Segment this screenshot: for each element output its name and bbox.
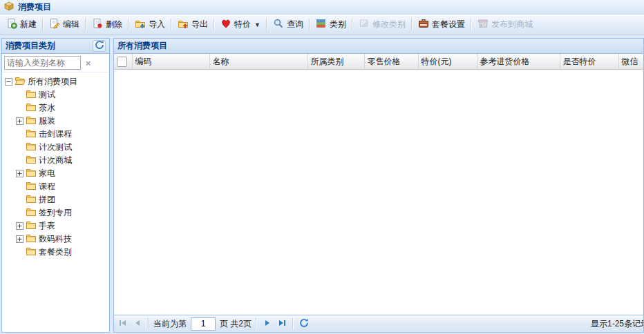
- tree-item-计次测试[interactable]: 计次测试: [5, 141, 109, 154]
- folder-icon: [26, 128, 37, 141]
- column-header-1[interactable]: 名称: [209, 54, 307, 70]
- chevron-down-icon: ▼: [254, 21, 261, 28]
- tree-item-label: 测试: [39, 89, 55, 101]
- tree-item-label: 服装: [39, 115, 55, 127]
- toolbar-separator: [85, 19, 86, 30]
- toolbar-separator: [214, 19, 215, 30]
- toolbar-button-category[interactable]: 类别: [312, 16, 350, 33]
- package-icon: [3, 1, 15, 14]
- toolbar-separator: [171, 19, 172, 30]
- page-title: 消费项目: [18, 1, 51, 13]
- first-page-icon: [119, 319, 127, 329]
- toolbar-button-label: 删除: [106, 19, 122, 30]
- export-folder-icon: [178, 18, 189, 31]
- grid-panel-title: 所有消费项目: [117, 40, 167, 52]
- folder-icon: [26, 115, 37, 128]
- column-header-4[interactable]: 特价(元): [418, 54, 477, 70]
- tree-item-label: 手表: [39, 220, 55, 232]
- folder-icon: [26, 219, 37, 233]
- category-search-row: ×: [2, 54, 109, 72]
- toolbar-button-import[interactable]: 导入: [131, 16, 169, 33]
- toolbar-button-new[interactable]: 新建: [3, 16, 40, 33]
- toolbar-separator: [266, 19, 267, 30]
- briefcase-icon: [418, 18, 429, 31]
- page-number-input[interactable]: [191, 317, 216, 331]
- tree-item-label: 数码科技: [39, 233, 72, 245]
- tree-item-击剑课程[interactable]: 击剑课程: [5, 128, 109, 141]
- tree-item-计次商城[interactable]: 计次商城: [5, 154, 109, 167]
- tree-item-数码科技[interactable]: 数码科技: [5, 233, 109, 246]
- toolbar-button-query[interactable]: 查询: [269, 16, 307, 33]
- main-area: 消费项目类别 × 所有消费项目测试茶水服装击剑课程计次测试计次商城家电课程拼团签…: [0, 35, 644, 334]
- new-doc-icon: [6, 18, 17, 31]
- tree-item-茶水[interactable]: 茶水: [5, 101, 109, 115]
- tree-item-label: 计次商城: [39, 155, 72, 166]
- folder-icon: [26, 101, 37, 115]
- next-page-icon: [263, 319, 272, 329]
- select-all-checkbox[interactable]: [117, 57, 127, 67]
- modify-category-icon: [359, 18, 370, 31]
- toolbar-button-export[interactable]: 导出: [174, 16, 211, 33]
- column-header-0[interactable]: 编码: [132, 54, 209, 70]
- items-table: 编码名称所属类别零售价格特价(元)参考进货价格是否特价微信: [114, 54, 643, 70]
- tree-expander-plus-icon[interactable]: [16, 222, 23, 230]
- column-header-3[interactable]: 零售价格: [364, 54, 418, 70]
- grid-body: 编码名称所属类别零售价格特价(元)参考进货价格是否特价微信: [114, 54, 643, 315]
- pager-last-button[interactable]: [276, 317, 288, 330]
- tree-item-签到专用[interactable]: 签到专用: [5, 206, 109, 219]
- toolbar-button-package-settings[interactable]: 套餐设置: [415, 16, 468, 33]
- category-refresh-button[interactable]: [93, 40, 106, 52]
- tree-item-拼团[interactable]: 拼团: [5, 193, 109, 206]
- tree-item-所有消费项目[interactable]: 所有消费项目: [5, 75, 109, 88]
- column-header-7[interactable]: 微信: [618, 54, 643, 70]
- tree-item-套餐类别[interactable]: 套餐类别: [5, 246, 109, 259]
- column-header-6[interactable]: 是否特价: [560, 54, 618, 70]
- select-all-header[interactable]: [114, 54, 132, 70]
- toolbar-button-label: 导出: [191, 19, 208, 30]
- tree-item-label: 茶水: [39, 102, 55, 114]
- toolbar-separator: [42, 19, 44, 30]
- edit-doc-icon: [49, 18, 60, 31]
- column-header-5[interactable]: 参考进货价格: [477, 54, 560, 70]
- grid-panel-header: 所有消费项目: [114, 39, 643, 54]
- column-header-2[interactable]: 所属类别: [307, 54, 364, 70]
- tree-item-label: 击剑课程: [39, 128, 72, 140]
- tree-item-label: 所有消费项目: [28, 76, 77, 88]
- tree-expander-minus-icon[interactable]: [5, 78, 12, 86]
- toolbar-button-edit[interactable]: 编辑: [46, 16, 83, 33]
- tree-expander-plus-icon[interactable]: [16, 117, 23, 125]
- tree-item-label: 套餐类别: [39, 246, 72, 258]
- tree-item-label: 家电: [39, 168, 55, 179]
- toolbar-button-special-price[interactable]: 特价▼: [217, 16, 264, 33]
- tree-item-label: 拼团: [39, 194, 55, 206]
- pager-refresh-button[interactable]: [298, 317, 310, 330]
- app-window: 消费项目 新建编辑删除导入导出特价▼查询类别修改类别套餐设置发布到商城 消费项目…: [0, 0, 644, 334]
- clear-x-icon[interactable]: ×: [82, 57, 94, 69]
- toolbar-button-publish-mall[interactable]: 发布到商城: [474, 16, 536, 33]
- toolbar-button-label: 新建: [20, 19, 37, 30]
- tree-item-课程[interactable]: 课程: [5, 180, 109, 193]
- tree-item-手表[interactable]: 手表: [5, 219, 109, 233]
- search-icon: [273, 18, 284, 31]
- category-search-button[interactable]: [95, 57, 107, 69]
- tree-item-家电[interactable]: 家电: [5, 167, 109, 180]
- refresh-icon: [94, 39, 105, 52]
- toolbar-button-modify-category[interactable]: 修改类别: [355, 16, 409, 33]
- folder-icon: [26, 88, 37, 101]
- pager-next-button[interactable]: [261, 317, 274, 330]
- folder-open-icon: [15, 75, 26, 88]
- tree-item-测试[interactable]: 测试: [5, 88, 109, 101]
- pager-first-button[interactable]: [117, 317, 129, 330]
- category-search-input[interactable]: [4, 56, 81, 70]
- tree-item-label: 课程: [39, 181, 55, 193]
- pager-prev-button[interactable]: [131, 317, 144, 330]
- toolbar-separator: [128, 19, 129, 30]
- tree-expander-plus-icon[interactable]: [16, 170, 23, 177]
- category-panel-header: 消费项目类别: [2, 39, 109, 54]
- pager-refresh-icon: [299, 317, 310, 331]
- tree-item-服装[interactable]: 服装: [5, 115, 109, 128]
- toolbar-button-delete[interactable]: 删除: [88, 16, 126, 33]
- delete-doc-icon: [92, 18, 103, 31]
- import-folder-icon: [135, 18, 146, 31]
- tree-expander-plus-icon[interactable]: [16, 235, 23, 243]
